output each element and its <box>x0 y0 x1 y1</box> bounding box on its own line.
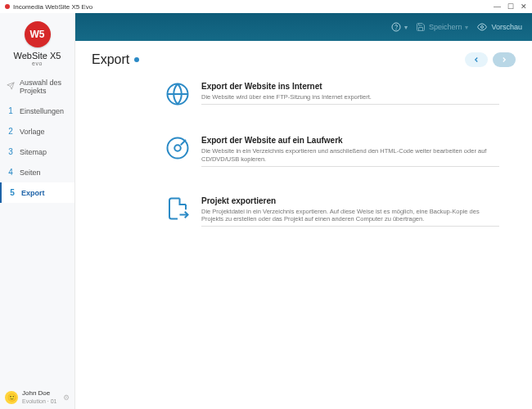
sidebar-item-export[interactable]: 5 Export <box>0 182 74 203</box>
option-desc: Die Website wird über eine FTP-Sitzung i… <box>201 93 499 101</box>
send-icon <box>7 82 15 92</box>
disc-icon <box>165 136 190 160</box>
sidebar-footer: 🙂 John Doe Evolution · 01 ⚙ <box>0 385 74 409</box>
page-header: Export <box>75 41 532 74</box>
export-option-disk[interactable]: Export der Website auf ein Laufwerk Die … <box>165 136 499 167</box>
option-title: Export der Website ins Internet <box>201 82 499 91</box>
option-title: Projekt exportieren <box>201 196 499 205</box>
chevron-right-icon <box>500 56 508 64</box>
save-button[interactable]: Speichern ▾ <box>416 22 469 32</box>
info-dot-icon[interactable] <box>134 57 139 62</box>
user-plan: Evolution · 01 <box>22 398 56 404</box>
brand-subtitle: evo <box>32 61 43 66</box>
sidebar: W5 WebSite X5 evo Auswahl des Projekts 1… <box>0 13 75 409</box>
svg-point-5 <box>174 145 181 151</box>
sidebar-item-label: Einstellungen <box>20 107 64 115</box>
sidebar-item-label: Sitemap <box>20 148 47 156</box>
preview-label: Vorschau <box>491 23 522 31</box>
sidebar-item-label: Seiten <box>20 169 41 177</box>
forward-button[interactable] <box>493 52 516 67</box>
sidebar-item-template[interactable]: 2 Vorlage <box>0 121 74 142</box>
content-area: Export der Website ins Internet Die Webs… <box>75 74 532 256</box>
sidebar-item-project-select[interactable]: Auswahl des Projekts <box>0 73 74 101</box>
window-titlebar: Incomedia WebSite X5 Evo — ☐ ✕ <box>0 0 532 13</box>
option-desc: Die Projektdatei in ein Verzeichnis expo… <box>201 208 499 224</box>
brand-name: WebSite X5 <box>14 51 61 61</box>
gear-icon[interactable]: ⚙ <box>63 393 70 402</box>
sidebar-item-pages[interactable]: 4 Seiten <box>0 162 74 182</box>
avatar-icon: 🙂 <box>5 391 18 404</box>
option-desc: Die Website in ein Verzeichnis exportier… <box>201 147 499 164</box>
app-icon <box>5 4 10 9</box>
chevron-down-icon: ▾ <box>465 24 468 31</box>
brand-block: W5 WebSite X5 evo <box>0 13 74 73</box>
back-button[interactable] <box>465 52 488 67</box>
sidebar-item-label: Auswahl des Projekts <box>20 79 68 95</box>
export-option-project[interactable]: Projekt exportieren Die Projektdatei in … <box>165 196 499 227</box>
help-circle-icon <box>391 22 401 32</box>
sidebar-item-label: Vorlage <box>20 128 45 136</box>
save-label: Speichern <box>429 23 462 31</box>
window-close-button[interactable]: ✕ <box>521 2 527 11</box>
help-menu[interactable]: ▾ <box>391 22 408 32</box>
main-area: ▾ Speichern ▾ Vorschau Export <box>75 13 532 409</box>
globe-icon <box>165 82 190 106</box>
file-export-icon <box>165 196 190 221</box>
export-option-internet[interactable]: Export der Website ins Internet Die Webs… <box>165 82 499 106</box>
brand-logo-icon: W5 <box>25 21 51 47</box>
window-maximize-button[interactable]: ☐ <box>507 2 514 11</box>
save-icon <box>416 22 426 32</box>
sidebar-item-sitemap[interactable]: 3 Sitemap <box>0 142 74 162</box>
topbar: ▾ Speichern ▾ Vorschau <box>75 13 532 41</box>
sidebar-item-settings[interactable]: 1 Einstellungen <box>0 101 74 121</box>
svg-point-1 <box>396 29 397 29</box>
chevron-left-icon <box>472 56 480 64</box>
user-name: John Doe <box>22 390 56 397</box>
preview-button[interactable]: Vorschau <box>476 22 522 32</box>
window-minimize-button[interactable]: — <box>494 2 501 11</box>
sidebar-item-label: Export <box>21 189 45 197</box>
svg-point-2 <box>481 26 484 29</box>
eye-icon <box>476 22 488 32</box>
chevron-down-icon: ▾ <box>404 24 408 31</box>
window-title: Incomedia WebSite X5 Evo <box>13 3 92 11</box>
page-title: Export <box>92 52 129 67</box>
option-title: Export der Website auf ein Laufwerk <box>201 136 499 145</box>
step-nav: Auswahl des Projekts 1 Einstellungen 2 V… <box>0 73 74 203</box>
